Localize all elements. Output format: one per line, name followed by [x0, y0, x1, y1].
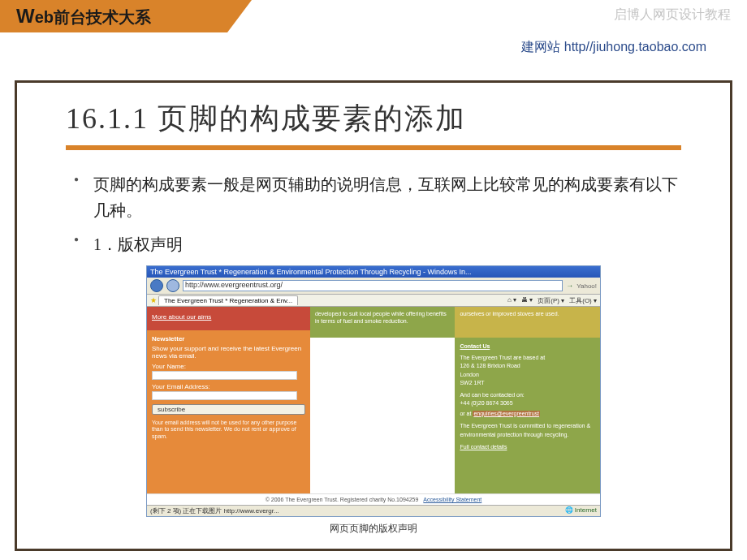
right-top-text: ourselves or improved stoves are used.	[455, 307, 600, 338]
newsletter-text: Show your support and receive the latest…	[152, 345, 305, 360]
contact-addr: London	[460, 371, 595, 380]
contact-commit: The Evergreen Trust is committed to rege…	[460, 422, 595, 439]
subscribe-button[interactable]: subscribe	[152, 404, 305, 415]
figure-caption: 网页页脚的版权声明	[146, 522, 601, 536]
browser-window: The Evergreen Trust * Regeneration & Env…	[146, 265, 601, 517]
forward-button[interactable]	[166, 279, 179, 292]
browser-toolbar: http://www.evergreentrust.org/ → Yahoo!	[147, 278, 600, 295]
back-button[interactable]	[150, 279, 163, 292]
contact-label: And can be contacted on:	[460, 391, 595, 400]
contact-line: The Evergreen Trust are based at	[460, 354, 595, 363]
page-copyright-footer: © 2006 The Evergreen Trust. Registered c…	[147, 493, 600, 505]
header-decor-triangle	[227, 0, 252, 32]
slide-body: 16.1.1 页脚的构成要素的添加 页脚的构成要素一般是网页辅助的说明信息，互联…	[15, 80, 732, 551]
bullet-list: 页脚的构成要素一般是网页辅助的说明信息，互联网上比较常见的构成要素有以下几种。 …	[66, 171, 681, 257]
subheader-link-text: 建网站 http//jiuhong.taobao.com	[0, 39, 747, 56]
orat-text: or at	[460, 411, 471, 416]
contact-addr: SW2 1RT	[460, 379, 595, 388]
bullet-item: 1．版权声明	[74, 231, 681, 257]
newsletter-fineprint: Your email address will not be used for …	[152, 420, 305, 440]
search-label: Yahoo!	[576, 282, 597, 290]
page-content: More about our aims Newsletter Show your…	[147, 307, 600, 493]
contact-phone: +44 (0)20 8674 3065	[460, 399, 595, 408]
status-zone: Internet	[575, 506, 597, 514]
bullet-item: 页脚的构成要素一般是网页辅助的说明信息，互联网上比较常见的构成要素有以下几种。	[74, 171, 681, 223]
header-left-text: Web前台技术大系	[16, 5, 151, 28]
screenshot-figure: The Evergreen Trust * Regeneration & Env…	[146, 265, 601, 536]
print-icon[interactable]: 🖶 ▾	[521, 296, 533, 305]
page-menu[interactable]: 页面(P) ▾	[538, 296, 564, 305]
name-input[interactable]	[152, 371, 297, 380]
go-icon[interactable]: →	[566, 282, 573, 290]
name-label: Your Name:	[152, 363, 305, 370]
browser-tabstrip: ★ The Evergreen Trust * Regeneration & E…	[147, 295, 600, 307]
tab-active[interactable]: The Evergreen Trust * Regeneration & Env…	[158, 295, 298, 305]
header-right-text: 启博人网页设计教程	[614, 6, 731, 24]
contact-email-link[interactable]: enquiries@evergreentrust	[473, 411, 540, 416]
home-icon[interactable]: ⌂ ▾	[507, 296, 516, 305]
status-left: (剩下 2 项) 正在下载图片 http://www.evergr...	[150, 506, 279, 515]
contact-heading: Contact Us	[460, 342, 595, 351]
newsletter-heading: Newsletter	[152, 335, 305, 342]
column-middle: developed to suit local people while off…	[310, 307, 456, 493]
contact-panel: Contact Us The Evergreen Trust are based…	[455, 338, 600, 493]
tools-menu[interactable]: 工具(O) ▾	[569, 296, 597, 305]
favorites-icon[interactable]: ★	[150, 296, 157, 304]
aims-strip: More about our aims	[147, 307, 310, 330]
mid-blank-area	[310, 338, 456, 493]
email-label: Your Email Address:	[152, 383, 305, 390]
status-right: 🌐 Internet	[565, 506, 597, 515]
browser-statusbar: (剩下 2 项) 正在下载图片 http://www.evergr... 🌐 I…	[147, 505, 600, 516]
mid-top-text: developed to suit local people while off…	[310, 307, 456, 338]
title-underline	[66, 145, 681, 150]
contact-addr: 126 & 128 Brixton Road	[460, 362, 595, 371]
slide-title: 16.1.1 页脚的构成要素的添加	[66, 99, 681, 139]
tab-tools: ⌂ ▾ 🖶 ▾ 页面(P) ▾ 工具(O) ▾	[507, 296, 597, 305]
email-input[interactable]	[152, 391, 297, 400]
column-right: ourselves or improved stoves are used. C…	[455, 307, 600, 493]
slide-header: Web前台技术大系 启博人网页设计教程	[0, 0, 747, 32]
full-contact-link[interactable]: Full contact details	[460, 443, 595, 452]
header-left-block: Web前台技术大系	[0, 0, 227, 32]
copyright-text: © 2006 The Evergreen Trust. Registered c…	[266, 497, 419, 502]
browser-titlebar: The Evergreen Trust * Regeneration & Env…	[147, 266, 600, 278]
column-left: More about our aims Newsletter Show your…	[147, 307, 310, 493]
address-bar[interactable]: http://www.evergreentrust.org/	[183, 280, 563, 291]
contact-orat: or at enquiries@evergreentrust	[460, 410, 595, 419]
accessibility-link[interactable]: Accessibility Statement	[423, 497, 481, 502]
more-aims-link[interactable]: More about our aims	[152, 313, 211, 321]
